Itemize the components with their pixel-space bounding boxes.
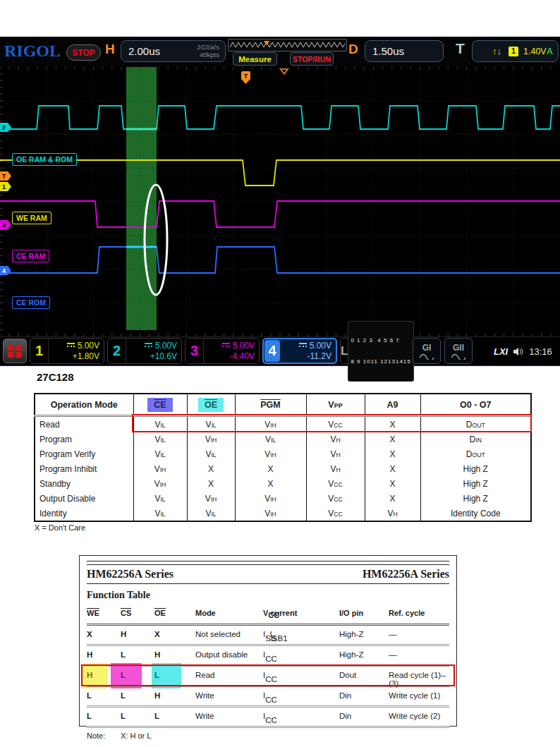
channel-1-status[interactable]: 1 5.00V +1.80V	[30, 338, 104, 364]
waveform-canvas: T 2 T 1 3	[0, 67, 560, 336]
system-status-group: LXI 13:16	[494, 337, 552, 365]
oscilloscope-screenshot: RIGOL STOP H 2.00us 2GSa/s 40kpts Measur…	[0, 37, 560, 366]
table1-row-read: Read VILVILVIHVCCXDOUT	[35, 416, 531, 432]
dc-coupling-icon	[299, 343, 307, 349]
channel-4-status[interactable]: 4 5.00V -11.2V	[262, 338, 337, 364]
trace-ch2-oe-ram-rom	[0, 106, 560, 129]
timebase-value: 2.00us	[128, 45, 160, 57]
trigger-level-tag[interactable]: T	[0, 171, 11, 181]
ch2-tag[interactable]: 2	[0, 123, 11, 132]
trigger-time-marker-icon[interactable]	[281, 69, 288, 74]
channel-edge-tags: 2 T 1 3 4	[0, 123, 11, 275]
trigger-box[interactable]: ↑↓ 1 1.40V A	[472, 40, 559, 62]
col-oe: OE	[187, 394, 235, 416]
lxi-logo: LXI	[494, 346, 508, 357]
memory-waveform-icon	[229, 40, 345, 49]
speaker-icon[interactable]	[513, 347, 524, 356]
trigger-position-badge[interactable]: T	[241, 71, 250, 84]
generator-1-button[interactable]: GI	[413, 338, 441, 364]
channel-4-scale: 5.00V	[299, 341, 331, 351]
table2-title-right: HM62256A Series	[363, 568, 449, 581]
table2-row-write-1: LLHWriteICCDinWrite cycle (1)	[87, 685, 449, 705]
channel-2-status[interactable]: 2 5.00V +10.6V	[107, 338, 182, 364]
timebase-box[interactable]: 2.00us 2GSa/s 40kpts	[121, 40, 226, 62]
trigger-mode: A	[547, 47, 553, 56]
svg-text:1: 1	[2, 183, 6, 190]
col-io-pin: I/O pin	[339, 609, 363, 617]
col-vpp: VPP	[306, 394, 365, 416]
table2-row-write-2: LLLWriteICCDinWrite cycle (2)	[87, 705, 449, 726]
sine-icon	[450, 353, 467, 360]
table2-row-output-disable: HLHOutput disableICCHigh-Z—	[87, 644, 449, 664]
top-rule	[87, 561, 449, 565]
channel-3-number: 3	[185, 339, 203, 363]
stop-run-button[interactable]: STOP/RUN	[290, 52, 334, 66]
ce-highlight: CE	[147, 398, 172, 412]
waveform-display: T 2 T 1 3	[0, 67, 560, 336]
ch1-label-box: WE RAM	[12, 212, 51, 224]
col-cs: CS	[121, 609, 131, 617]
logic-analyzer-status[interactable]: L 0 1 2 3 4 5 6 7 8 9 1011 12131415	[340, 338, 409, 364]
delay-box[interactable]: 1.50us	[365, 40, 444, 62]
channel-4-number: 4	[264, 340, 280, 362]
table2-footnote: Note: X: H or L	[87, 726, 449, 743]
delay-label: D	[348, 42, 358, 57]
run-state-badge[interactable]: STOP	[66, 44, 101, 61]
trigger-source-chip: 1	[509, 47, 518, 56]
rigol-menu-icon	[8, 345, 22, 358]
ch4-label-box: CE ROM	[12, 296, 50, 309]
col-pgm: PGM	[235, 394, 306, 416]
table1-title: 27C128	[37, 371, 74, 383]
sample-rate: 2GSa/s	[197, 43, 219, 51]
scope-status-bar: 1 5.00V +1.80V 2 5.00V +10.6V 3 5.00V -4…	[0, 336, 560, 365]
trigger-level-value: 1.40V	[523, 47, 547, 56]
col-a9: A9	[365, 394, 420, 416]
col-mode: Mode	[195, 609, 216, 617]
rigol-logo: RIGOL	[4, 42, 61, 61]
dc-coupling-icon	[145, 343, 152, 349]
channel-2-scale: 5.00V	[145, 341, 177, 351]
sine-icon	[418, 353, 435, 360]
channel-3-status[interactable]: 3 5.00V -4.40V	[185, 338, 260, 364]
table1-row-identity: Identity VILVILVIHVCCVHIdentity Code	[35, 506, 531, 521]
ch3-tag[interactable]: 3	[0, 220, 11, 229]
menu-button[interactable]	[3, 339, 27, 363]
col-ref-cycle: Ref. cycle	[389, 609, 425, 617]
svg-text:T: T	[2, 173, 6, 180]
table1-row-program-verify: Program Verify VILVILVIHVHXDOUT	[35, 447, 531, 461]
table2-row-not-selected: XHXNot selectedISB, ISB1High-Z—	[87, 624, 449, 644]
channel-2-offset: +10.6V	[150, 351, 177, 362]
trace-ch1-we-ram	[0, 160, 560, 186]
channel-3-offset: -4.40V	[230, 351, 255, 362]
la-digit-grid: 0 1 2 3 4 5 6 7 8 9 1011 12131415	[348, 321, 413, 382]
trigger-badge-letter: T	[244, 73, 248, 80]
col-o0-o7: O0 - O7	[420, 394, 531, 416]
ch3-label-box: CE RAM	[12, 250, 49, 262]
ch1-tag[interactable]: 1	[0, 182, 11, 191]
table1-row-output-disable: Output Disable VILVIHVIHVCCXHigh Z	[35, 491, 531, 506]
memory-position-strip[interactable]	[228, 39, 347, 51]
scope-header: RIGOL STOP H 2.00us 2GSa/s 40kpts Measur…	[0, 37, 560, 67]
col-operation-mode: Operation Mode	[35, 394, 133, 416]
table1-row-program: Program VILVIHVILVHXDIN	[35, 432, 531, 447]
ch4-tag[interactable]: 4	[0, 266, 11, 275]
table2-header-row: WE CS OE Mode VCC current I/O pin Ref. c…	[87, 607, 449, 624]
title-rule	[87, 583, 449, 584]
memory-depth: 40kpts	[200, 51, 219, 59]
table1-header-row: Operation Mode CE OE PGM VPP A9 O0 - O7	[35, 394, 531, 416]
horizontal-label: H	[105, 42, 115, 57]
acquisition-info: 2GSa/s 40kpts	[197, 44, 219, 59]
svg-text:2: 2	[2, 124, 6, 131]
generator-2-button[interactable]: GII	[444, 338, 473, 364]
la-label: L	[341, 344, 348, 358]
trigger-slope-icon: ↑↓	[492, 46, 501, 56]
table1-footnote: X = Don't Care	[35, 523, 85, 532]
measure-button[interactable]: Measure	[233, 52, 277, 66]
dc-coupling-icon	[222, 343, 230, 349]
table2-title-left: HM62256A Series	[87, 568, 174, 581]
svg-text:4: 4	[2, 267, 6, 274]
channel-3-scale: 5.00V	[222, 341, 255, 351]
channel-4-offset: -11.2V	[308, 351, 331, 362]
col-vcc-current: VCC current	[263, 609, 297, 617]
dc-coupling-icon	[67, 343, 75, 349]
